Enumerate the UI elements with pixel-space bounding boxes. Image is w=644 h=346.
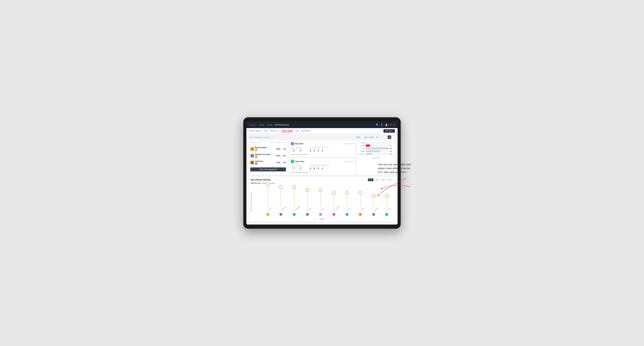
streak-column: 4x E. Crossman E [328,186,340,207]
bell-icon[interactable]: 🔔 [385,124,388,126]
bar-value-eagles: 3 [390,142,394,144]
player-name: Richard Butler [255,147,267,149]
table-row: RB Richard Butler 1 19/20 110 [250,146,286,152]
total-rounds-group: Total Rounds Tournament 7 Practice [290,165,303,170]
table-view-btn[interactable]: ↕ [392,135,395,139]
y-axis-label: Best Streak, Fairway Accuracy [250,186,252,217]
rank-badge: 3 [255,162,258,165]
bar-value-pars: 499 [390,148,394,149]
nav-home[interactable]: Home [259,124,264,126]
user-icon[interactable]: 👤 [380,124,383,126]
round-types-label: Rounds Tournament Practice [290,172,308,173]
pb-avg-value: 103 [281,162,286,164]
player-avatar-circle: E [332,213,336,216]
x-label-0: 0 [366,156,366,157]
streak-line [347,195,347,207]
filter-putt-btn[interactable]: PUTT [386,178,393,181]
annotation-text: Here you can see streaks your players ha… [378,163,413,174]
grid-view-btn[interactable]: ⊞ [380,135,383,139]
filter-ott-btn[interactable]: OTT [368,178,374,181]
sub-nav-hcaps[interactable]: Hcaps 1-5 [270,130,279,132]
profile-icon[interactable]: ● [394,124,395,126]
ott-stat: OTT 0 [309,166,312,170]
player-avatar-circle: R [319,213,322,216]
player-name-group: Cameron... 3 [255,160,264,165]
bar-row-birdies: Birdies 96 [358,145,394,147]
view-full-leaderboard-button[interactable]: View Full Leaderboard [250,168,286,172]
settings-icon[interactable]: ⚙ [390,124,392,126]
player-card-date: 02 Sep 2023 [344,143,354,145]
filter-app-btn[interactable]: APP [374,178,380,181]
player-name-rotated: C. Quick [387,207,391,211]
player-name: Cameron... [255,160,264,162]
bar-row-bogeys: Bogeys 311 [358,150,394,152]
app-stat: APP 0 [313,166,316,170]
player-name-rotated: M. Miller [360,207,364,211]
bar-value-bogeys: 311 [390,151,394,152]
time-period-dropdown[interactable]: Last 3 months [362,136,378,139]
sub-nav-pga[interactable]: PGA [264,130,268,132]
player-name-rotated: B. McHerg [281,206,286,211]
bar-row-pars: Pars 499 [358,147,394,149]
streak-line [268,186,268,207]
x-label-200: 200 [378,156,380,157]
practice-activities-group: Total Practice Activities OTT 0 APP [309,165,329,170]
pb-score-value: 18/20 [275,155,280,157]
player-name-group: Edward Crossman 2 [255,154,270,158]
chart-title: Total Shots [358,157,394,159]
filter-arg-btn[interactable]: ARG [380,178,386,181]
ott-stat: OTT 0 [309,149,312,152]
streaks-filters: OTT APP ARG PUTT [368,178,393,181]
sub-nav-right: Add Team [384,129,395,133]
streaks-subtitle: Off The Tee, Fairway Accuracy [251,182,393,184]
player-avatar: JC [290,160,294,163]
player-avatar-circle: R [372,213,375,216]
player-avatar-circle: D [346,213,348,216]
player-info: C Cameron... 3 [250,160,274,165]
player-name-rotated: R. Butler [374,207,378,211]
player-name-rotated: R. Britt [320,208,324,211]
sub-nav-tour[interactable]: Tour [295,130,299,132]
activities-stat-row: OTT 0 APP 0 ARG [309,149,329,152]
leaderboard-header: PLAYER NAME PB SCORE PB AVG SQ [250,142,286,145]
list-view-btn[interactable]: ≡ [384,135,387,139]
player-avatar: RB [290,142,294,146]
card-view-btn[interactable]: ▤ [388,135,391,139]
activities-stat-row: OTT 0 APP 0 ARG [309,166,329,170]
total-rounds-label: Total Rounds [290,165,303,166]
search-icon[interactable]: 🔍 [376,124,379,126]
nav-my-performance[interactable]: My Performance [275,124,289,126]
practice-activities-group: Total Practice Activities OTT 0 APP [309,147,329,152]
pb-avg-header: PB AVG SQ [278,142,286,143]
player-name-header: PLAYER NAME [250,142,269,143]
player-name-rotated: E. Ewert [268,207,272,211]
edit-icon[interactable]: ✏ [272,137,273,138]
streak-column: 4x D. Ford D [341,186,354,207]
add-team-button[interactable]: Add Team [384,129,395,133]
practice-activities-label: Total Practice Activities [309,147,329,148]
streak-bubble: 4x [332,191,336,195]
practice-activities-label: Total Practice Activities [309,165,329,166]
sub-nav-team-clippd[interactable]: Team Clippd [282,130,293,132]
streak-bubble: 6x [279,185,283,189]
arg-stat: ARG 0 [317,166,320,170]
streak-column: 3x R. Butler R [367,186,380,207]
streak-bubble: 6x [292,185,296,189]
streak-column: 5x J. Coles J [301,186,314,207]
bar-container-pars [366,147,389,149]
nav-teams[interactable]: Teams [267,124,272,126]
arg-stat: ARG 0 [317,149,320,152]
streak-line [307,192,308,207]
three-column-layout: PLAYER NAME PB SCORE PB AVG SQ RB Richar… [249,140,395,175]
player-card-josh-coles: JC Josh Coles 26 Aug 2023 Total Rounds [289,158,355,175]
sub-nav-pgat[interactable]: PGAT Players [249,130,261,132]
sub-nav-all-players[interactable]: All Players [302,130,310,132]
streak-line [387,198,387,207]
team-title-area: Team Clippd | 14 Players ✏ [249,136,273,139]
bar-value-dbogeys: 131 [390,153,394,155]
putt-stat: PUTT 1 [321,166,324,170]
streak-bubble: 5x [319,188,322,192]
player-avatar-circle: C [385,213,388,216]
pb-avg-value: 110 [281,148,286,150]
player-cards-column: RB Rees Britt 02 Sep 2023 Total Rounds [289,140,355,175]
